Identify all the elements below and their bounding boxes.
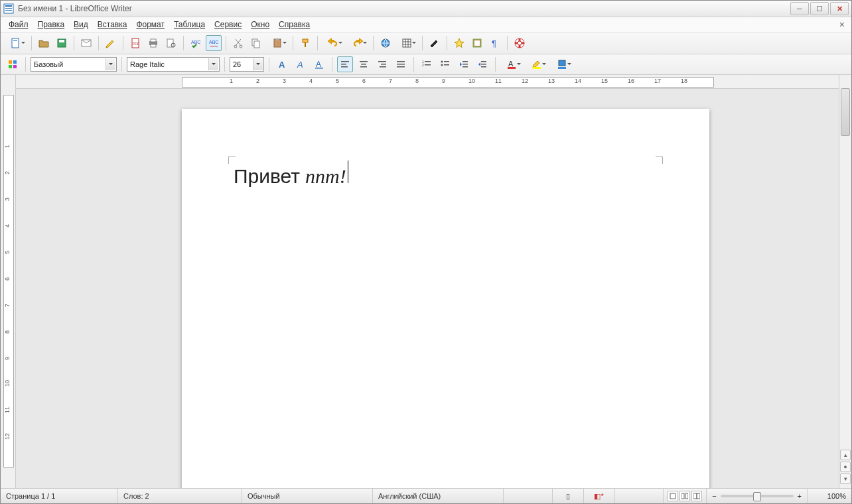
svg-point-58 bbox=[441, 64, 443, 66]
bold-button[interactable]: A bbox=[274, 56, 290, 72]
menu-view[interactable]: Вид bbox=[70, 19, 92, 31]
print-button[interactable] bbox=[145, 35, 161, 51]
menu-help[interactable]: Справка bbox=[275, 19, 314, 31]
svg-rect-47 bbox=[378, 61, 386, 62]
bullet-list-button[interactable] bbox=[437, 56, 453, 72]
document-text[interactable]: Привет ппт! bbox=[234, 160, 348, 188]
menu-file[interactable]: Файл bbox=[5, 19, 33, 31]
zoom-out-button[interactable]: − bbox=[712, 492, 716, 500]
open-button[interactable] bbox=[36, 35, 52, 51]
svg-rect-7 bbox=[59, 40, 64, 42]
svg-rect-62 bbox=[462, 64, 468, 65]
italic-button[interactable]: A bbox=[293, 56, 309, 72]
book-view-button[interactable] bbox=[691, 491, 702, 501]
save-button[interactable] bbox=[54, 35, 70, 51]
highlight-color-button[interactable] bbox=[526, 56, 548, 72]
nav-next-button[interactable]: ▾ bbox=[840, 473, 851, 484]
font-size-combo[interactable]: 26 bbox=[230, 57, 264, 72]
nav-select-button[interactable]: ● bbox=[840, 462, 851, 472]
paragraph-style-combo[interactable]: Базовый bbox=[31, 57, 117, 72]
status-words[interactable]: Слов: 2 bbox=[118, 489, 242, 503]
menu-window[interactable]: Окно bbox=[247, 19, 273, 31]
svg-rect-72 bbox=[670, 493, 675, 499]
redo-button[interactable] bbox=[346, 35, 369, 51]
minimize-button[interactable]: ─ bbox=[790, 2, 809, 15]
mail-button[interactable] bbox=[78, 35, 94, 51]
zoom-control[interactable]: − + bbox=[707, 492, 807, 500]
svg-rect-76 bbox=[697, 493, 700, 499]
menu-format[interactable]: Формат bbox=[132, 19, 169, 31]
svg-point-57 bbox=[441, 61, 443, 63]
undo-button[interactable] bbox=[322, 35, 344, 51]
table-button[interactable] bbox=[395, 35, 418, 51]
multi-page-view-button[interactable] bbox=[679, 491, 690, 501]
zoom-in-button[interactable]: + bbox=[798, 492, 802, 500]
single-page-view-button[interactable] bbox=[668, 491, 678, 501]
hyperlink-button[interactable] bbox=[378, 35, 393, 51]
decrease-indent-button[interactable] bbox=[456, 56, 472, 72]
svg-rect-13 bbox=[151, 44, 156, 47]
auto-spellcheck-button[interactable]: ABC bbox=[206, 35, 222, 51]
help-button[interactable] bbox=[512, 35, 528, 51]
align-justify-button[interactable] bbox=[393, 56, 409, 72]
navigator-button[interactable] bbox=[469, 35, 485, 51]
nonprinting-chars-button[interactable]: ¶ bbox=[487, 35, 503, 51]
maximize-button[interactable]: ☐ bbox=[810, 2, 829, 15]
close-document-button[interactable]: × bbox=[837, 19, 847, 30]
menu-edit[interactable]: Правка bbox=[34, 19, 69, 31]
vertical-scrollbar[interactable]: ▴ ● ▾ bbox=[839, 75, 851, 488]
menu-table[interactable]: Таблица bbox=[170, 19, 209, 31]
clone-formatting-button[interactable] bbox=[297, 35, 313, 51]
styles-button[interactable] bbox=[5, 56, 21, 72]
scrollbar-thumb[interactable] bbox=[841, 88, 850, 136]
status-language[interactable]: Английский (США) bbox=[373, 489, 504, 503]
background-color-button[interactable] bbox=[551, 56, 573, 72]
close-button[interactable]: ✕ bbox=[830, 2, 849, 15]
underline-button[interactable]: A bbox=[311, 56, 327, 72]
cut-button[interactable] bbox=[230, 35, 246, 51]
increase-indent-button[interactable] bbox=[474, 56, 490, 72]
svg-rect-48 bbox=[381, 64, 386, 65]
menu-insert[interactable]: Вставка bbox=[94, 19, 131, 31]
svg-rect-70 bbox=[559, 60, 565, 66]
vertical-ruler: 123456789101112 bbox=[1, 75, 16, 488]
show-draw-functions-button[interactable] bbox=[427, 35, 443, 51]
status-selection-mode[interactable]: ▯ bbox=[553, 489, 584, 503]
status-style[interactable]: Обычный bbox=[242, 489, 373, 503]
status-insert-mode[interactable] bbox=[504, 489, 553, 503]
font-name-combo[interactable]: Rage Italic bbox=[127, 57, 220, 72]
document-area[interactable]: Привет ппт! bbox=[16, 89, 839, 488]
svg-rect-51 bbox=[397, 64, 405, 65]
text-cursor bbox=[348, 160, 348, 183]
edit-button[interactable] bbox=[103, 35, 119, 51]
align-center-button[interactable] bbox=[356, 56, 372, 72]
page[interactable]: Привет ппт! bbox=[182, 109, 709, 488]
font-name-value: Rage Italic bbox=[130, 60, 165, 68]
svg-text:ABC: ABC bbox=[191, 40, 200, 44]
menu-tools[interactable]: Сервис bbox=[210, 19, 246, 31]
svg-rect-43 bbox=[341, 66, 348, 68]
svg-rect-68 bbox=[508, 67, 516, 69]
new-button[interactable] bbox=[5, 35, 27, 51]
svg-rect-69 bbox=[533, 67, 541, 69]
nav-prev-button[interactable]: ▴ bbox=[840, 450, 851, 460]
paste-button[interactable] bbox=[266, 35, 289, 51]
numbered-list-button[interactable]: 12 bbox=[419, 56, 435, 72]
align-left-button[interactable] bbox=[337, 56, 353, 72]
zoom-value[interactable]: 100% bbox=[807, 489, 851, 503]
margin-corner-top-right bbox=[656, 157, 663, 164]
svg-rect-64 bbox=[481, 61, 486, 62]
copy-button[interactable] bbox=[248, 35, 264, 51]
svg-rect-52 bbox=[397, 66, 405, 68]
status-page[interactable]: Страница 1 / 1 bbox=[1, 489, 118, 503]
export-pdf-button[interactable]: PDF bbox=[127, 35, 143, 51]
print-preview-button[interactable] bbox=[163, 35, 179, 51]
align-right-button[interactable] bbox=[374, 56, 390, 72]
zoom-slider[interactable] bbox=[721, 495, 794, 497]
font-color-button[interactable]: A bbox=[500, 56, 523, 72]
status-signature[interactable]: ◧* bbox=[584, 489, 615, 503]
spellcheck-button[interactable]: ABC bbox=[188, 35, 204, 51]
svg-rect-49 bbox=[380, 66, 386, 68]
svg-rect-40 bbox=[315, 68, 323, 69]
find-replace-button[interactable] bbox=[451, 35, 467, 51]
